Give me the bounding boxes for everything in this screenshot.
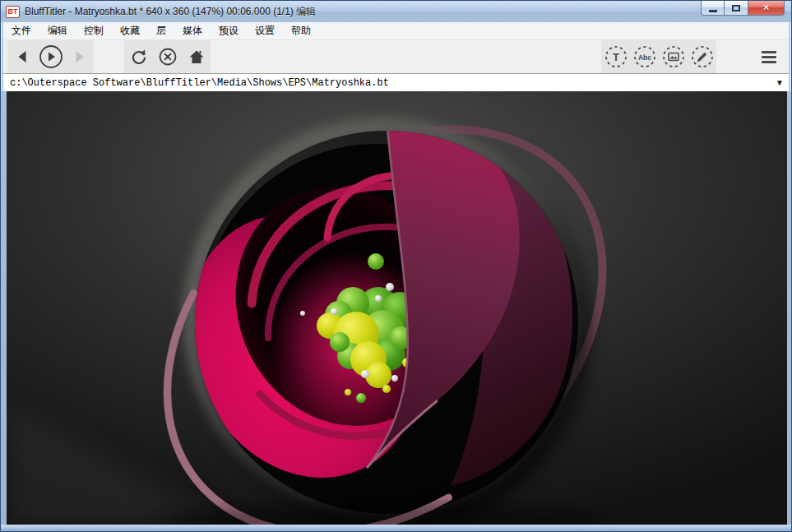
menu-item-control[interactable]: 控制 [76,22,112,39]
playback-group [7,40,94,73]
home-button[interactable] [182,40,211,73]
cancel-icon [158,47,178,67]
close-icon: ✕ [762,2,770,13]
menu-item-media[interactable]: 媒体 [174,22,211,39]
blufftitler-window: BT BluffTitler - Matryoshka.bt * 640 x 3… [0,0,792,532]
menu-item-presets[interactable]: 预设 [211,22,247,39]
add-paragraph-layer-button[interactable]: Abc [630,40,659,73]
menu-bar: 文件 编辑 控制 收藏 层 媒体 预设 设置 帮助 [3,22,789,40]
home-icon [187,47,206,67]
control-group [124,40,211,73]
menu-item-edit[interactable]: 编辑 [39,22,76,39]
sketch-layer-icon [690,44,715,69]
cancel-button[interactable] [153,40,182,73]
minimize-button[interactable] [701,1,725,16]
hamburger-icon [762,51,776,53]
add-text-layer-button[interactable]: T [601,40,630,73]
back-button[interactable] [7,40,36,73]
svg-text:T: T [613,51,619,63]
add-layer-group: T Abc [601,40,716,73]
play-icon [39,44,63,69]
dropdown-arrow-icon[interactable]: ▼ [771,78,789,87]
add-sketch-layer-button[interactable] [688,40,716,73]
title-bar[interactable]: BT BluffTitler - Matryoshka.bt * 640 x 3… [1,1,791,22]
window-title: BluffTitler - Matryoshka.bt * 640 x 360 … [25,5,316,19]
text-layer-icon: T [604,44,628,69]
menu-item-settings[interactable]: 设置 [247,22,283,39]
menu-button[interactable] [754,40,784,73]
forward-icon [70,47,90,67]
add-picture-layer-button[interactable] [659,40,688,73]
menu-item-file[interactable]: 文件 [3,22,39,39]
matryoshka-render [7,91,787,525]
maximize-icon [732,5,740,12]
toolbar-spacer [94,40,124,73]
restart-icon [129,47,149,67]
back-icon [12,47,32,67]
restart-button[interactable] [124,40,153,73]
paragraph-layer-icon: Abc [632,44,657,69]
maximize-button[interactable] [725,1,748,16]
play-button[interactable] [36,40,65,73]
toolbar: T Abc [3,40,789,73]
app-icon: BT [6,6,20,18]
show-path-input[interactable] [3,75,771,91]
toolbar-spacer [211,40,601,73]
window-bottom-border [1,525,791,531]
picture-layer-icon [661,44,686,69]
menu-item-help[interactable]: 帮助 [283,22,319,39]
toolbar-spacer [716,40,754,73]
menu-item-favorites[interactable]: 收藏 [112,22,148,39]
svg-text:Abc: Abc [637,53,651,62]
close-button[interactable]: ✕ [748,1,785,16]
menu-item-layer[interactable]: 层 [148,22,174,39]
forward-button[interactable] [65,40,94,73]
render-viewport[interactable] [7,91,787,525]
window-controls: ✕ [701,1,785,16]
minimize-icon [709,10,717,12]
address-bar: ▼ [3,73,789,91]
